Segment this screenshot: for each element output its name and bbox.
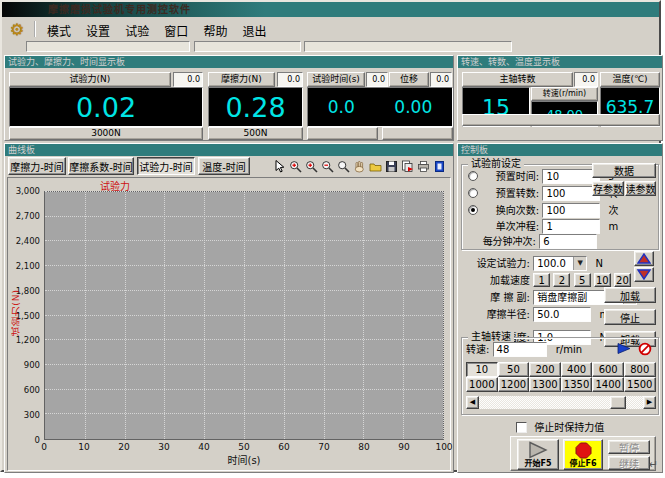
preset-time-radio[interactable] xyxy=(468,171,478,181)
x-tick-label: 30 xyxy=(158,442,169,452)
test-time-value: 0.0 xyxy=(328,97,355,117)
friction-radius-label: 摩擦半径: xyxy=(466,307,530,322)
pan-hand-icon[interactable] xyxy=(352,159,367,174)
scroll-left-icon[interactable]: ◀ xyxy=(466,396,479,409)
stop-button[interactable]: 停止F6 xyxy=(563,439,603,470)
start-button[interactable]: 开始F5 xyxy=(517,439,559,470)
friction-pair-label: 摩 擦 副: xyxy=(466,290,530,305)
grid-line-horizontal xyxy=(45,389,443,390)
chart-x-axis-label: 时间(s) xyxy=(44,452,444,467)
pause-button[interactable]: 暂停 xyxy=(608,440,650,454)
load-speed-1[interactable]: 1 xyxy=(533,273,550,287)
chevron-down-icon[interactable]: ▼ xyxy=(573,257,586,270)
grid-line-vertical xyxy=(125,192,126,439)
grid-line-vertical xyxy=(284,192,285,439)
plot-area[interactable] xyxy=(44,191,444,440)
speed-preset-1300[interactable]: 1300 xyxy=(529,377,561,392)
load-speed-5[interactable]: 5 xyxy=(574,273,591,287)
speed-preset-1500[interactable]: 1500 xyxy=(624,377,656,392)
read-params-button[interactable]: 读参数 xyxy=(625,181,656,196)
grid-line-vertical xyxy=(204,192,205,439)
speed-preset-800[interactable]: 800 xyxy=(624,362,656,377)
set-force-combo[interactable]: 100.0▼ xyxy=(533,256,587,271)
speed-preset-400[interactable]: 400 xyxy=(561,362,593,377)
menu-help[interactable]: 帮助 xyxy=(198,24,232,40)
load-speed-label: 加载速度 xyxy=(466,273,530,288)
reversals-field[interactable]: 100 xyxy=(542,203,600,218)
test-force-aux: 0.0 xyxy=(173,72,203,87)
zoom-out-icon[interactable] xyxy=(320,159,335,174)
menu-bar: ⚙ 模式 设置 试验 窗口 帮助 退出 xyxy=(2,18,659,39)
zoom-reset-icon[interactable] xyxy=(336,159,351,174)
tab-friction-coef-time[interactable]: 摩擦系数-时间 xyxy=(68,157,134,175)
continue-button[interactable]: 继续 xyxy=(608,456,650,470)
zoom-window-icon[interactable] xyxy=(288,159,303,174)
force-panel-header: 试验力、摩擦力、时间显示板 xyxy=(5,56,453,68)
speed-preset-200[interactable]: 200 xyxy=(529,362,561,377)
speed-preset-1000[interactable]: 1000 xyxy=(466,377,498,392)
save-params-button[interactable]: 存参数 xyxy=(592,181,624,196)
displacement-value: 0.00 xyxy=(394,97,432,117)
load-speed-2[interactable]: 2 xyxy=(553,273,570,287)
menu-settings[interactable]: 设置 xyxy=(81,24,115,40)
zoom-in-icon[interactable] xyxy=(304,159,319,174)
speed-preset-1350[interactable]: 1350 xyxy=(561,377,593,392)
control-panel-header: 控制板 xyxy=(458,144,662,156)
force-display-panel: 试验力、摩擦力、时间显示板 试验力(N) 0.0 0.02 3000N 摩擦力(… xyxy=(4,55,454,141)
data-button[interactable]: 数据 xyxy=(592,163,656,178)
stroke-field[interactable]: 1 xyxy=(542,219,600,234)
blue-box-icon[interactable] xyxy=(432,159,447,174)
grid-line-horizontal xyxy=(45,339,443,340)
tab-friction-time[interactable]: 摩擦力-时间 xyxy=(8,157,66,175)
grid-line-vertical xyxy=(244,192,245,439)
spindle-speed-unit: r/min xyxy=(556,344,582,355)
y-tick-label: 1,500 xyxy=(16,311,40,321)
speed-preset-10[interactable]: 10 xyxy=(466,362,498,377)
grid-line-vertical xyxy=(324,192,325,439)
curve-panel: 曲线板 摩擦力-时间 摩擦系数-时间 试验力-时间 温度-时间 xyxy=(4,143,454,473)
menu-test[interactable]: 试验 xyxy=(120,24,154,40)
open-folder-icon[interactable] xyxy=(368,159,383,174)
friction-force-aux: 0.0 xyxy=(277,72,303,87)
scrollbar-thumb[interactable] xyxy=(610,396,626,409)
y-tick-label: 3,000 xyxy=(16,186,40,196)
force-stop-button[interactable]: 停止 xyxy=(604,309,656,325)
speed-scrollbar[interactable]: ◀ ▶ xyxy=(466,396,656,409)
time-displacement-display: 0.0 0.00 xyxy=(307,87,453,127)
print-icon[interactable] xyxy=(416,159,431,174)
spindle-stop-icon[interactable] xyxy=(637,341,652,356)
force-up-button[interactable] xyxy=(634,251,654,266)
reversals-radio[interactable] xyxy=(468,205,478,215)
hold-force-checkbox[interactable] xyxy=(516,422,527,433)
strokes-per-min-field[interactable]: 6 xyxy=(539,234,597,249)
menu-window[interactable]: 窗口 xyxy=(159,24,193,40)
grid-line-vertical xyxy=(164,192,165,439)
force-down-button[interactable] xyxy=(634,267,654,282)
tab-test-force-time[interactable]: 试验力-时间 xyxy=(137,157,195,175)
speed-preset-1400[interactable]: 1400 xyxy=(592,377,624,392)
chart-container: 试验力 试验力(N) 03006009001,2001,5001,8002,10… xyxy=(7,177,451,471)
x-tick-label: 10 xyxy=(78,442,89,452)
load-speed-20[interactable]: 20 xyxy=(614,273,631,287)
spindle-speed-field[interactable]: 48 xyxy=(493,342,547,357)
stray-return-mark: ↵ xyxy=(649,458,658,471)
export-image-icon[interactable] xyxy=(400,159,415,174)
start-stop-box: 开始F5 停止F6 暂停 继续 xyxy=(510,436,656,471)
friction-radius-field[interactable]: 50.0 xyxy=(533,307,591,322)
speed-preset-50[interactable]: 50 xyxy=(498,362,530,377)
speed-preset-1200[interactable]: 1200 xyxy=(498,377,530,392)
cursor-icon[interactable] xyxy=(272,159,287,174)
menu-exit[interactable]: 退出 xyxy=(238,24,272,40)
spindle-start-icon[interactable] xyxy=(617,341,632,356)
save-icon[interactable] xyxy=(384,159,399,174)
test-force-display: 0.02 xyxy=(9,87,203,127)
hold-force-label: 停止时保持力值 xyxy=(534,422,604,433)
scroll-right-icon[interactable]: ▶ xyxy=(643,396,656,409)
load-button[interactable]: 加载 xyxy=(604,287,656,303)
load-speed-10[interactable]: 10 xyxy=(594,273,611,287)
tab-temperature-time[interactable]: 温度-时间 xyxy=(198,157,250,175)
x-tick-label: 90 xyxy=(398,442,409,452)
preset-revs-radio[interactable] xyxy=(468,188,478,198)
speed-preset-600[interactable]: 600 xyxy=(592,362,624,377)
menu-mode[interactable]: 模式 xyxy=(42,24,76,40)
